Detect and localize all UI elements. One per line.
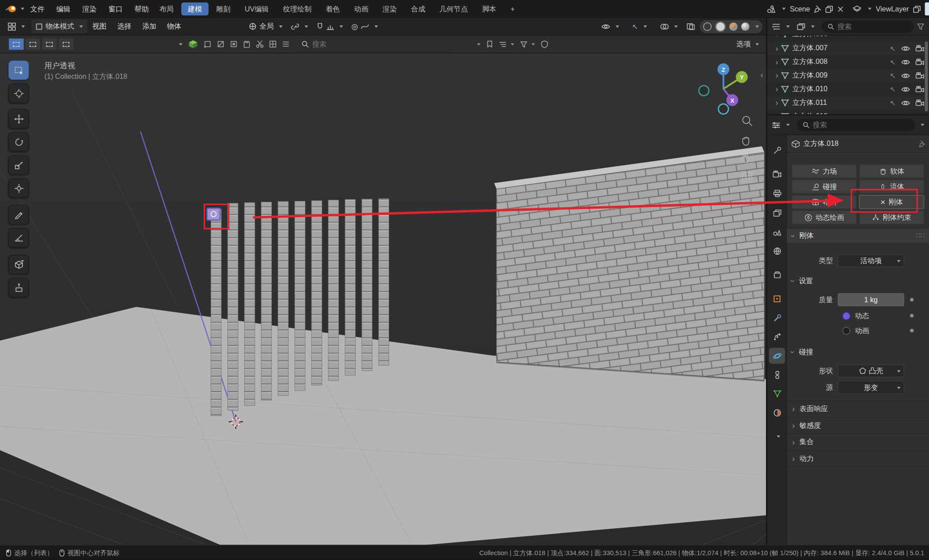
gizmo-neg-axis[interactable] — [718, 104, 728, 114]
tab-texture-paint[interactable]: 纹理绘制 — [276, 2, 318, 15]
selectable-icon[interactable]: ↖ — [890, 99, 896, 107]
outliner-editor-icon[interactable] — [772, 23, 780, 30]
brick-wall[interactable] — [494, 146, 764, 381]
proportional-editing-toggle[interactable]: ◎ — [347, 20, 383, 33]
tab-render[interactable] — [769, 166, 785, 182]
bookmark-icon[interactable] — [487, 40, 493, 48]
select-set-mode-button[interactable] — [8, 38, 24, 50]
chevron-down-icon[interactable] — [755, 25, 759, 27]
vertex-icon[interactable] — [204, 40, 211, 48]
pin-icon[interactable] — [814, 5, 821, 12]
properties-editor-icon[interactable] — [772, 121, 780, 129]
selectable-icon[interactable]: ↖ — [890, 58, 896, 66]
camera-view-icon[interactable] — [741, 154, 753, 164]
eye-icon[interactable] — [901, 100, 910, 106]
show-visibility-dropdown[interactable] — [597, 22, 623, 31]
expand-icon[interactable]: › — [776, 58, 778, 66]
expand-icon[interactable]: › — [776, 72, 778, 79]
soft-body-button[interactable]: 软体 — [859, 164, 924, 178]
sidebar-collapse-icon[interactable]: ‹ — [761, 71, 763, 78]
navigation-gizmo[interactable]: Z Y X — [696, 62, 751, 116]
rigid-body-constraint-button[interactable]: 刚体约束 — [859, 210, 924, 224]
tab-modifiers[interactable] — [769, 310, 785, 326]
toolbar-search[interactable] — [296, 37, 454, 51]
material-shading-icon[interactable] — [729, 22, 738, 30]
eye-icon[interactable] — [901, 73, 910, 78]
tab-modeling[interactable]: 建模 — [181, 2, 208, 15]
viewlayer-name[interactable]: ViewLayer — [876, 5, 909, 13]
selectable-icon[interactable]: ↖ — [890, 71, 896, 80]
chevron-down-icon[interactable] — [179, 43, 182, 45]
dynamic-checkbox[interactable] — [843, 312, 850, 319]
menu-render[interactable]: 渲染 — [76, 0, 102, 18]
pin-icon[interactable] — [919, 140, 925, 147]
outliner-search-input[interactable] — [837, 22, 907, 30]
funnel-icon[interactable] — [917, 23, 924, 30]
outliner-search[interactable] — [822, 20, 914, 32]
object-name[interactable]: 立方体.007 — [792, 43, 828, 53]
clipboard-icon[interactable] — [243, 40, 250, 48]
selected-cube[interactable] — [207, 208, 220, 220]
expand-icon[interactable]: › — [776, 99, 778, 107]
select-box-tool[interactable] — [8, 60, 29, 80]
outliner-row[interactable]: › 立方体.007 ↖ — [767, 41, 929, 55]
collisions-subpanel-header[interactable]: › 碰撞 — [792, 346, 813, 358]
type-dropdown[interactable]: 活动项 — [838, 254, 904, 267]
cursor-tool[interactable] — [8, 84, 29, 103]
viewport-3d[interactable]: 用户透视 (1) Collection | 立方体.018 Z — [0, 53, 766, 545]
expand-icon[interactable]: › — [776, 85, 778, 93]
tab-scene[interactable] — [769, 224, 785, 240]
solid-shading-active[interactable] — [715, 21, 726, 32]
chevron-down-icon[interactable] — [868, 7, 872, 10]
chevron-down-icon[interactable] — [786, 124, 790, 126]
object-name[interactable]: 立方体.010 — [792, 84, 828, 94]
measure-tool[interactable] — [8, 228, 29, 248]
add-workspace-button[interactable]: + — [504, 2, 521, 15]
source-dropdown[interactable]: 形变 — [838, 381, 904, 394]
toolbar-search-input[interactable] — [312, 40, 449, 48]
animate-dot[interactable] — [910, 298, 914, 301]
animate-dot[interactable] — [910, 329, 914, 332]
animate-dot[interactable] — [910, 314, 914, 318]
properties-search[interactable] — [797, 119, 915, 131]
outliner-row[interactable]: › 立方体.009 ↖ — [767, 69, 929, 82]
select-extend-mode-button[interactable] — [25, 38, 41, 50]
cube-icon[interactable] — [189, 40, 198, 48]
menu-object[interactable]: 物体 — [162, 21, 186, 31]
fluid-button[interactable]: 流体 — [859, 179, 924, 193]
breadcrumb-object[interactable]: 立方体.018 — [803, 139, 839, 149]
object-name[interactable]: 立方体.011 — [792, 98, 827, 108]
chevron-down-icon[interactable] — [477, 43, 480, 45]
menu-file[interactable]: 文件 — [24, 0, 50, 18]
select-mode-dropdown[interactable]: ↖ — [628, 20, 651, 32]
selectable-icon[interactable]: ↖ — [890, 85, 896, 93]
chevron-down-icon[interactable] — [811, 25, 814, 27]
shape-dropdown[interactable]: 凸壳 — [838, 364, 904, 378]
face-icon[interactable] — [230, 40, 238, 48]
move-tool[interactable] — [8, 109, 29, 128]
display-mode-icon[interactable] — [797, 23, 805, 30]
tab-rendering[interactable]: 渲染 — [376, 2, 403, 15]
filter-dropdown[interactable] — [520, 41, 535, 48]
rigid-body-button[interactable]: × 刚体 — [859, 195, 924, 209]
outliner-row[interactable]: › 立方体.012 — [767, 110, 929, 115]
rendered-shading-icon[interactable] — [741, 22, 750, 30]
outliner-scrollbar[interactable] — [925, 41, 928, 111]
tab-object-data[interactable] — [769, 386, 785, 401]
copy-icon[interactable] — [825, 5, 833, 12]
camera-icon[interactable] — [915, 86, 924, 93]
grid-icon[interactable] — [269, 40, 276, 48]
snap-toggle[interactable] — [312, 21, 347, 32]
dynamics-section[interactable]: ›动力 — [787, 450, 929, 467]
sensitivity-section[interactable]: ›敏感度 — [787, 417, 929, 434]
outliner-row[interactable]: › 立方体.008 ↖ — [767, 55, 929, 69]
scale-tool[interactable] — [8, 155, 29, 174]
transform-orientation-dropdown[interactable]: 全局 — [245, 19, 286, 33]
object-name[interactable]: 立方体.012 — [792, 111, 828, 115]
add-cube-tool[interactable] — [8, 255, 29, 274]
mode-dropdown[interactable]: 物体模式 — [31, 19, 87, 33]
eye-icon[interactable] — [901, 59, 910, 65]
display-mode-dropdown[interactable] — [499, 41, 514, 48]
surface-response-section[interactable]: ›表面响应 — [787, 401, 929, 417]
xray-toggle-icon[interactable] — [687, 23, 695, 30]
